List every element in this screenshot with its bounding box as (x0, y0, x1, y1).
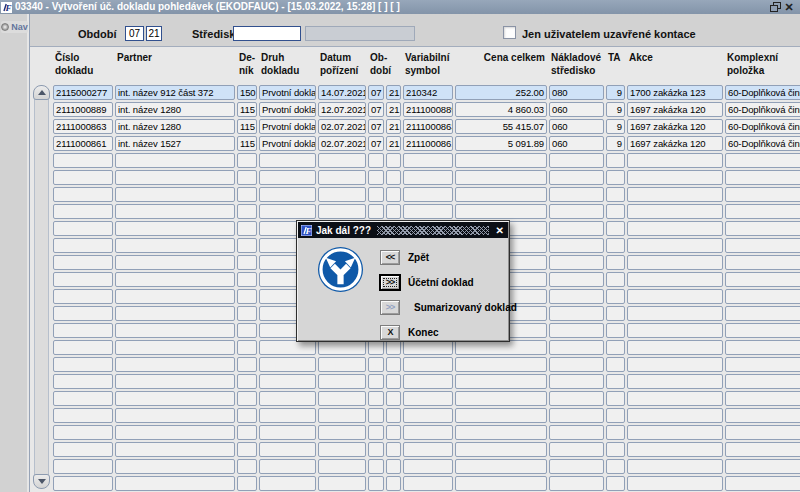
cell-ta[interactable] (606, 323, 625, 338)
cell-ta[interactable]: 9 (606, 119, 625, 134)
cell-akce[interactable] (627, 187, 723, 202)
empty-table-row[interactable] (53, 170, 800, 185)
vertical-scrollbar-track[interactable] (34, 86, 49, 488)
cell-cislo-dokladu[interactable] (53, 306, 113, 321)
cell-datum-porizeni[interactable] (318, 408, 366, 423)
cell-partner[interactable] (115, 408, 235, 423)
cell-komplexni-polozka[interactable] (725, 374, 800, 389)
cell-ta[interactable] (606, 255, 625, 270)
cell-datum-porizeni[interactable]: 12.07.2021 (318, 102, 366, 117)
cell-cislo-dokladu[interactable] (53, 238, 113, 253)
cell-partner[interactable]: int. název 1280 (115, 102, 235, 117)
cell-partner[interactable] (115, 476, 235, 491)
cell-komplexni-polozka[interactable] (725, 459, 800, 474)
cell-variabilni-symbol[interactable]: 2111000889 (403, 102, 453, 117)
cell-datum-porizeni[interactable] (318, 153, 366, 168)
cell-nakladove-stredisko[interactable]: 060 (549, 102, 604, 117)
cell-komplexni-polozka[interactable] (725, 323, 800, 338)
cell-denik[interactable] (237, 153, 257, 168)
cell-cislo-dokladu[interactable] (53, 221, 113, 236)
cell-cena-celkem[interactable] (455, 442, 547, 457)
table-row[interactable]: 2111000861int. název 1527115Prvotní dokl… (53, 136, 800, 151)
nav-tab[interactable]: Nav (1, 21, 28, 33)
cell-nakladove-stredisko[interactable] (549, 391, 604, 406)
cell-obdobi-rok[interactable] (386, 170, 401, 185)
cell-ta[interactable] (606, 357, 625, 372)
cell-variabilni-symbol[interactable]: 2111000863 (403, 119, 453, 134)
cell-datum-porizeni[interactable] (318, 425, 366, 440)
cell-denik[interactable] (237, 357, 257, 372)
cell-druh-dokladu[interactable] (259, 204, 316, 219)
cell-datum-porizeni[interactable] (318, 459, 366, 474)
cell-cena-celkem[interactable] (455, 408, 547, 423)
cell-nakladove-stredisko[interactable] (549, 170, 604, 185)
cell-cena-celkem[interactable] (455, 374, 547, 389)
cell-cislo-dokladu[interactable] (53, 272, 113, 287)
cell-akce[interactable] (627, 340, 723, 355)
cell-obdobi-rok[interactable]: 21 (386, 85, 401, 100)
cell-partner[interactable] (115, 238, 235, 253)
cell-denik[interactable] (237, 340, 257, 355)
restore-window-icon[interactable] (768, 1, 782, 13)
cell-akce[interactable] (627, 255, 723, 270)
cell-komplexni-polozka[interactable] (725, 272, 800, 287)
cell-ta[interactable] (606, 153, 625, 168)
dialog-close-icon[interactable]: ✕ (495, 225, 505, 236)
cell-variabilni-symbol[interactable] (403, 357, 453, 372)
cell-obdobi-rok[interactable] (386, 153, 401, 168)
empty-table-row[interactable] (53, 476, 800, 491)
cell-datum-porizeni[interactable] (318, 187, 366, 202)
empty-table-row[interactable] (53, 459, 800, 474)
cell-akce[interactable] (627, 272, 723, 287)
cell-obdobi-rok[interactable] (386, 425, 401, 440)
cell-akce[interactable] (627, 238, 723, 253)
cell-nakladove-stredisko[interactable]: 060 (549, 136, 604, 151)
cell-partner[interactable] (115, 306, 235, 321)
cell-akce[interactable] (627, 323, 723, 338)
cell-akce[interactable] (627, 391, 723, 406)
cell-ta[interactable]: 9 (606, 136, 625, 151)
cell-nakladove-stredisko[interactable] (549, 357, 604, 372)
cell-druh-dokladu[interactable] (259, 374, 316, 389)
cell-partner[interactable] (115, 391, 235, 406)
cell-variabilni-symbol[interactable] (403, 459, 453, 474)
cell-nakladove-stredisko[interactable] (549, 459, 604, 474)
cell-obdobi-mesic[interactable] (368, 459, 384, 474)
cell-akce[interactable] (627, 204, 723, 219)
cell-partner[interactable]: int. název 1527 (115, 136, 235, 151)
cell-obdobi-mesic[interactable] (368, 170, 384, 185)
cell-denik[interactable] (237, 255, 257, 270)
cell-obdobi-mesic[interactable]: 07 (368, 102, 384, 117)
cell-ta[interactable] (606, 425, 625, 440)
cell-denik[interactable]: 115 (237, 119, 257, 134)
cell-variabilni-symbol[interactable] (403, 442, 453, 457)
cell-cena-celkem[interactable]: 4 860.03 (455, 102, 547, 117)
cell-denik[interactable] (237, 272, 257, 287)
cell-ta[interactable] (606, 170, 625, 185)
cell-denik[interactable] (237, 187, 257, 202)
empty-table-row[interactable] (53, 153, 800, 168)
cell-obdobi-mesic[interactable] (368, 476, 384, 491)
cell-nakladove-stredisko[interactable] (549, 323, 604, 338)
cell-akce[interactable] (627, 170, 723, 185)
cell-denik[interactable] (237, 204, 257, 219)
cell-cena-celkem[interactable] (455, 425, 547, 440)
cell-druh-dokladu[interactable] (259, 442, 316, 457)
dialog-button-konec[interactable]: X (380, 325, 400, 340)
cell-nakladove-stredisko[interactable] (549, 153, 604, 168)
cell-variabilni-symbol[interactable] (403, 391, 453, 406)
cell-denik[interactable] (237, 476, 257, 491)
empty-table-row[interactable] (53, 187, 800, 202)
cell-akce[interactable] (627, 408, 723, 423)
cell-obdobi-rok[interactable] (386, 187, 401, 202)
empty-table-row[interactable] (53, 408, 800, 423)
cell-komplexni-polozka[interactable]: 60-Doplňková činnost (725, 85, 800, 100)
cell-obdobi-mesic[interactable]: 07 (368, 136, 384, 151)
cell-denik[interactable]: 150 (237, 85, 257, 100)
cell-cislo-dokladu[interactable] (53, 340, 113, 355)
cell-nakladove-stredisko[interactable] (549, 374, 604, 389)
cell-partner[interactable] (115, 442, 235, 457)
cell-cislo-dokladu[interactable] (53, 425, 113, 440)
cell-cena-celkem[interactable] (455, 357, 547, 372)
table-row[interactable]: 2111000889int. název 1280115Prvotní dokl… (53, 102, 800, 117)
